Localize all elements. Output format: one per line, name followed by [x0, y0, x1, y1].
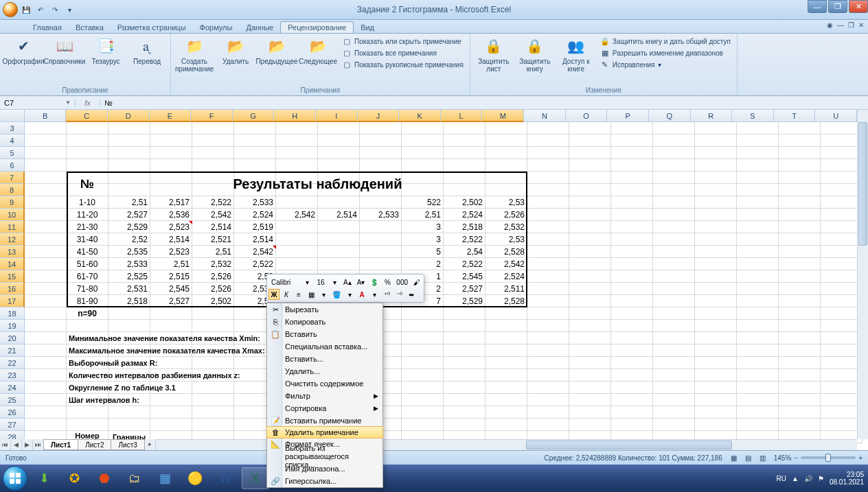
row-header-13[interactable]: 13: [0, 246, 25, 258]
cell-H4[interactable]: [276, 134, 318, 147]
cell-M19[interactable]: [486, 320, 527, 332]
qat-undo-icon[interactable]: ↶: [34, 3, 47, 16]
row-header-20[interactable]: 20: [0, 332, 25, 344]
cell-R25[interactable]: [695, 394, 737, 406]
cell-Q19[interactable]: [653, 320, 695, 332]
sheet-tab-2[interactable]: Лист3: [111, 439, 144, 450]
row-header-14[interactable]: 14: [0, 258, 25, 270]
cell-Q12[interactable]: [653, 233, 695, 246]
row-header-9[interactable]: 9: [0, 196, 25, 209]
mini-borders-icon[interactable]: ▦: [306, 289, 317, 300]
cell-R12[interactable]: [695, 233, 737, 246]
cell-T4[interactable]: [779, 134, 821, 147]
cell-Q4[interactable]: [653, 134, 695, 147]
tray-clock[interactable]: 23:05 08.01.2021: [830, 471, 864, 486]
cell-S14[interactable]: [737, 258, 779, 270]
cell-S17[interactable]: [737, 295, 779, 307]
col-header-N[interactable]: N: [524, 110, 566, 122]
col-header-O[interactable]: O: [566, 110, 608, 122]
thesaurus-button[interactable]: 📑Тезаурус: [87, 36, 125, 65]
cell-B23[interactable]: [25, 369, 67, 382]
context-item-4[interactable]: Вставить...: [267, 353, 382, 365]
cell-S11[interactable]: [737, 221, 779, 233]
col-header-D[interactable]: D: [108, 110, 150, 122]
cell-P4[interactable]: [611, 134, 653, 147]
cell-S22[interactable]: [737, 357, 779, 369]
cell-K25[interactable]: [402, 394, 444, 406]
cell-O23[interactable]: [569, 369, 611, 382]
cell-D6[interactable]: [108, 159, 150, 172]
formula-bar[interactable]: №: [100, 99, 868, 107]
cell-U10[interactable]: [821, 209, 863, 221]
cell-S6[interactable]: [737, 159, 779, 172]
cell-M22[interactable]: [486, 357, 527, 369]
track-changes-button[interactable]: ✎Исправления ▾: [598, 59, 733, 70]
cell-E3[interactable]: [150, 122, 192, 134]
taskbar-chrome[interactable]: 🟡: [181, 467, 209, 489]
taskbar-app-red[interactable]: ⬣: [91, 467, 118, 489]
qat-redo-icon[interactable]: ↷: [49, 3, 61, 16]
cell-O6[interactable]: [569, 159, 611, 172]
context-item-12[interactable]: Выбрать из раскрывающегося списка...: [267, 450, 382, 462]
cell-C4[interactable]: [67, 134, 108, 147]
cell-I3[interactable]: [318, 122, 360, 134]
cell-O3[interactable]: [569, 122, 611, 134]
cell-B12[interactable]: [25, 233, 67, 246]
taskbar-utorrent[interactable]: ⬇: [30, 467, 58, 489]
cell-Q3[interactable]: [653, 122, 695, 134]
cell-N19[interactable]: [527, 320, 569, 332]
cell-F26[interactable]: [192, 406, 234, 419]
col-header-G[interactable]: G: [233, 110, 275, 122]
cell-L25[interactable]: [444, 394, 486, 406]
cell-R17[interactable]: [695, 295, 737, 307]
cell-R4[interactable]: [695, 134, 737, 147]
row-header-15[interactable]: 15: [0, 270, 25, 283]
cell-U22[interactable]: [821, 357, 863, 369]
row-header-10[interactable]: 10: [0, 209, 25, 221]
mini-fill-icon[interactable]: 🪣: [330, 289, 343, 300]
context-item-1[interactable]: ⎘Копировать: [267, 316, 382, 328]
cell-N24[interactable]: [527, 382, 569, 394]
cell-C25[interactable]: Шаг интервалов h:: [67, 394, 276, 406]
cell-C5[interactable]: [67, 147, 108, 159]
cell-B17[interactable]: [25, 295, 67, 307]
cell-S5[interactable]: [737, 147, 779, 159]
cell-T13[interactable]: [779, 246, 821, 258]
cell-B18[interactable]: [25, 307, 67, 320]
cell-N18[interactable]: [527, 307, 569, 320]
select-all-corner[interactable]: [0, 110, 25, 122]
close-button[interactable]: ✕: [849, 0, 868, 13]
cell-S25[interactable]: [737, 394, 779, 406]
cell-R23[interactable]: [695, 369, 737, 382]
mini-dd4-icon[interactable]: ▾: [344, 289, 355, 300]
tray-flag-icon[interactable]: ⚑: [818, 475, 824, 482]
col-header-J[interactable]: J: [358, 110, 400, 122]
cell-B14[interactable]: [25, 258, 67, 270]
cell-Q21[interactable]: [653, 344, 695, 357]
fx-icon[interactable]: fx: [76, 99, 100, 107]
qat-save-icon[interactable]: 💾: [20, 3, 32, 16]
show-all-comments-button[interactable]: ▢Показать все примечания: [340, 47, 466, 58]
view-normal-icon[interactable]: ▦: [731, 454, 737, 462]
row-header-25[interactable]: 25: [0, 394, 25, 406]
cell-P23[interactable]: [611, 369, 653, 382]
mini-dec-inc-icon[interactable]: ⁺⁰: [381, 289, 392, 300]
mini-align-center-icon[interactable]: ≡: [293, 289, 304, 300]
cell-T10[interactable]: [779, 209, 821, 221]
row-header-21[interactable]: 21: [0, 344, 25, 357]
ribbon-tab-5[interactable]: Рецензирование: [280, 21, 354, 33]
mini-italic-button[interactable]: К: [281, 289, 292, 300]
cell-K24[interactable]: [402, 382, 444, 394]
cell-O25[interactable]: [569, 394, 611, 406]
new-comment-button[interactable]: 📁Создать примечание: [175, 36, 214, 73]
cell-O4[interactable]: [569, 134, 611, 147]
cell-M26[interactable]: [486, 406, 527, 419]
cell-T16[interactable]: [779, 283, 821, 295]
cell-D26[interactable]: [108, 406, 150, 419]
mini-accounting-icon[interactable]: 💲: [368, 277, 380, 288]
cell-U13[interactable]: [821, 246, 863, 258]
cell-Q6[interactable]: [653, 159, 695, 172]
cell-U14[interactable]: [821, 258, 863, 270]
context-item-9[interactable]: 📝Вставить примечание: [267, 414, 382, 427]
cell-P18[interactable]: [611, 307, 653, 320]
